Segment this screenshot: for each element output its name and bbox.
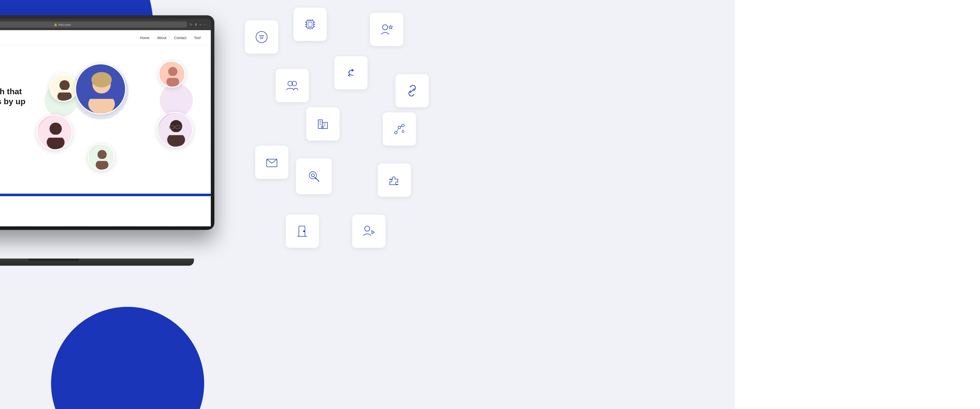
avatar-4 [37, 115, 73, 150]
address-bar[interactable]: 🔒 hrtv.com [0, 21, 187, 27]
email-icon [265, 155, 279, 169]
svg-point-8 [91, 72, 112, 87]
link-icon-card [396, 74, 429, 107]
team-icon-card [275, 69, 309, 102]
team-icon [285, 78, 299, 93]
svg-point-11 [168, 67, 177, 76]
laptop-notch [28, 259, 79, 261]
laptop-body: ◁ ▷ ⊞ 🔒 hrtv.com ↻ ⬆ + ⋯ [0, 15, 215, 230]
bg-shape-left-bottom [51, 307, 204, 409]
refresh-link-icon-card [334, 56, 368, 89]
avatar-5 [157, 112, 193, 148]
site-nav-links: Home About Contact Tool [140, 36, 200, 40]
chip-icon-card [293, 8, 327, 41]
svg-rect-28 [96, 159, 108, 161]
svg-point-76 [365, 226, 370, 231]
chip-icon [303, 17, 317, 32]
svg-rect-52 [318, 120, 322, 128]
search-target-icon-card [296, 158, 332, 194]
avatar-1 [49, 73, 78, 102]
page-wrapper: ◁ ▷ ⊞ 🔒 hrtv.com ↻ ⬆ + ⋯ [0, 0, 735, 409]
svg-point-27 [96, 160, 108, 170]
browser-content: HRTV Home About Contact Tool Persona dri… [0, 30, 211, 226]
svg-point-15 [49, 123, 62, 135]
svg-line-70 [315, 178, 319, 181]
star-user-icon-card [370, 13, 403, 46]
filter-icon [255, 30, 269, 44]
svg-point-12 [166, 77, 179, 87]
hero-desc: Located between Business and HR strategy… [0, 120, 3, 135]
svg-point-2 [59, 80, 70, 90]
svg-rect-13 [166, 76, 179, 78]
svg-point-60 [395, 131, 397, 134]
puzzle-icon [387, 173, 401, 187]
svg-point-26 [97, 150, 107, 159]
avatar-6 [88, 144, 115, 171]
site-footer-bar [0, 193, 211, 196]
hero-left: Persona driven approach that outperforms… [0, 86, 29, 152]
svg-rect-30 [308, 22, 312, 26]
puzzle-icon-card [378, 163, 411, 197]
svg-point-19 [170, 120, 182, 132]
door-icon-card [286, 214, 319, 248]
menu-icon[interactable]: ⋯ [204, 23, 207, 27]
svg-marker-48 [389, 25, 393, 29]
link-icon [405, 83, 419, 98]
laptop-container: ◁ ▷ ⊞ 🔒 hrtv.com ↻ ⬆ + ⋯ [0, 15, 230, 266]
svg-point-62 [402, 124, 404, 127]
strategy-icon-card [383, 112, 416, 145]
browser-chrome: ◁ ▷ ⊞ 🔒 hrtv.com ↻ ⬆ + ⋯ [0, 19, 211, 30]
nav-contact[interactable]: Contact [174, 36, 186, 40]
strategy-icon [392, 122, 407, 136]
user-play-icon [362, 224, 376, 238]
filter-icon-card [245, 21, 278, 54]
browser-action-icons: ↻ ⬆ + ⋯ [189, 23, 207, 27]
hero-heading: Persona driven approach that outperforms… [0, 86, 29, 116]
search-target-icon [307, 169, 321, 184]
svg-point-69 [311, 174, 314, 177]
svg-rect-4 [57, 90, 72, 93]
svg-point-47 [383, 25, 388, 30]
building-icon [316, 117, 330, 131]
svg-rect-9 [88, 94, 115, 99]
svg-rect-29 [307, 21, 313, 28]
url-text: hrtv.com [59, 23, 71, 27]
svg-point-61 [398, 126, 401, 129]
hero-buttons: Learn More Check out Aspirio ↗ [0, 142, 29, 152]
svg-rect-21 [167, 132, 185, 135]
share-icon[interactable]: ⬆ [194, 23, 197, 27]
svg-point-73 [304, 231, 305, 232]
avatar-2 [75, 63, 126, 115]
door-icon [295, 224, 310, 238]
svg-line-63 [397, 128, 398, 131]
nav-home[interactable]: Home [140, 36, 149, 40]
nav-about[interactable]: About [157, 36, 166, 40]
nav-tool[interactable]: Tool [194, 36, 200, 40]
site-hero: Persona driven approach that outperforms… [0, 45, 211, 193]
ssl-icon: 🔒 [54, 23, 57, 26]
user-play-icon-card [352, 214, 385, 248]
hero-avatars [29, 58, 200, 181]
refresh-link-icon [344, 66, 358, 80]
email-icon-card [255, 145, 288, 179]
laptop-base [0, 259, 194, 266]
building-icon-card [306, 107, 339, 141]
svg-rect-17 [47, 135, 65, 138]
site-nav: HRTV Home About Contact Tool [0, 30, 211, 45]
refresh-icon[interactable]: ↻ [189, 23, 192, 27]
svg-marker-77 [372, 231, 374, 234]
avatar-3 [159, 61, 185, 88]
star-user-icon [380, 22, 394, 37]
new-tab-icon[interactable]: + [199, 23, 201, 27]
